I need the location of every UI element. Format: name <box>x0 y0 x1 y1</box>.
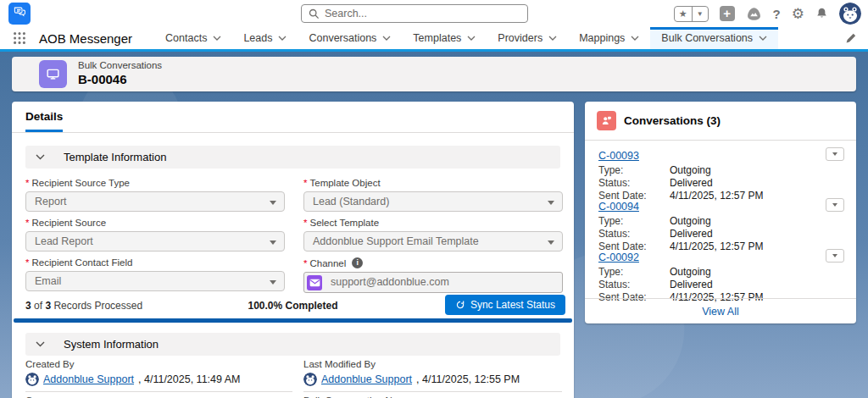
related-list-title[interactable]: Conversations (3) <box>624 114 721 127</box>
app-logo[interactable] <box>8 3 31 25</box>
setup-gear-icon[interactable]: ⚙ <box>792 5 804 23</box>
chevron-down-icon[interactable] <box>278 36 287 41</box>
recipient-source-type-combobox[interactable]: Report <box>25 191 285 212</box>
combobox-value: Addonblue Support Email Template <box>313 235 479 247</box>
header-utilities: ★ ▼ + ? ⚙ <box>674 0 861 27</box>
conversation-list-item: C-00093 Type:Outgoing Status:Delivered S… <box>598 147 844 196</box>
field-select-template: *Select Template Addonblue Support Email… <box>303 218 563 252</box>
chevron-down-icon[interactable] <box>382 36 391 41</box>
record-object-label: Bulk Conversations <box>78 60 162 70</box>
tab-bulk-conversations[interactable]: Bulk Conversations <box>650 27 778 49</box>
combobox-value: Lead (Standard) <box>313 196 389 207</box>
last-modified-by-user-link[interactable]: Addonblue Support <box>321 373 412 385</box>
section-system-information[interactable]: System Information <box>25 333 560 356</box>
created-by-user-link[interactable]: Addonblue Support <box>43 373 134 385</box>
info-icon[interactable]: i <box>352 257 363 268</box>
chevron-down-icon <box>36 154 45 160</box>
details-tab-bar: Details <box>12 102 574 133</box>
channel-input[interactable]: support@addonblue.com <box>303 272 563 293</box>
add-icon[interactable]: + <box>720 6 735 21</box>
chevron-down-icon[interactable] <box>759 36 767 41</box>
row-label: Status: <box>598 178 670 190</box>
row-actions-menu-button[interactable] <box>826 249 844 263</box>
nav-tabs: Contacts Leads Conversations Templates P… <box>154 27 778 49</box>
favorites-button[interactable]: ★ ▼ <box>674 6 709 22</box>
edit-page-pencil-icon[interactable] <box>845 33 856 44</box>
tab-details[interactable]: Details <box>25 110 63 123</box>
tab-conversations[interactable]: Conversations <box>298 27 402 49</box>
tab-label: Mappings <box>579 32 625 44</box>
app-launcher-icon[interactable] <box>12 30 27 46</box>
required-asterisk: * <box>25 178 29 188</box>
app-name: AOB Messenger <box>39 31 132 46</box>
progress-bar <box>14 318 572 323</box>
chevron-down-icon <box>832 254 837 257</box>
chat-bubbles-icon <box>12 4 27 23</box>
user-avatar <box>25 373 39 386</box>
row-value: Delivered <box>670 279 713 291</box>
required-asterisk: * <box>303 258 307 268</box>
template-object-combobox[interactable]: Lead (Standard) <box>303 191 563 212</box>
view-all-link[interactable]: View All <box>702 306 739 318</box>
tab-label: Providers <box>498 32 542 44</box>
chevron-down-icon[interactable] <box>548 36 557 41</box>
row-label: Status: <box>598 279 670 291</box>
notifications-bell-icon[interactable] <box>815 7 828 20</box>
field-label: *Recipient Contact Field <box>25 257 285 268</box>
required-asterisk: * <box>303 178 307 188</box>
select-template-combobox[interactable]: Addonblue Support Email Template <box>303 231 563 252</box>
tab-leads[interactable]: Leads <box>232 27 298 49</box>
section-title: System Information <box>64 338 159 351</box>
help-icon[interactable]: ? <box>773 7 781 21</box>
row-value: Delivered <box>670 178 713 190</box>
field-value: Addonblue Support , 4/11/2025, 12:55 PM <box>303 373 562 392</box>
chevron-down-icon[interactable] <box>631 36 639 41</box>
row-actions-menu-button[interactable] <box>826 198 844 212</box>
row-value: Outgoing <box>670 267 711 279</box>
field-recipient-source: *Recipient Source Lead Report <box>25 218 285 252</box>
recipient-source-combobox[interactable]: Lead Report <box>25 231 285 252</box>
combobox-value: Lead Report <box>35 235 93 247</box>
recipient-contact-field-combobox[interactable]: Email <box>25 271 285 291</box>
chevron-down-icon <box>270 280 276 285</box>
favorites-star-icon[interactable]: ★ <box>675 7 692 21</box>
field-label: Last Modified By <box>303 359 562 369</box>
section-title: Template Information <box>64 151 166 163</box>
conversation-record-link[interactable]: C-00094 <box>598 201 639 213</box>
conversations-object-icon <box>597 111 616 130</box>
search-icon <box>309 8 320 19</box>
conversation-record-link[interactable]: C-00092 <box>598 252 639 263</box>
field-label: *Channeli <box>303 257 563 268</box>
trailhead-icon[interactable] <box>746 6 762 22</box>
chevron-down-icon <box>832 152 837 156</box>
conversations-related-list-card: Conversations (3) C-00093 Type:Outgoing … <box>585 102 856 323</box>
row-label: Type: <box>598 165 670 177</box>
search-input[interactable] <box>325 8 520 19</box>
field-label: *Recipient Source Type <box>25 178 285 188</box>
user-avatar[interactable] <box>839 3 861 25</box>
required-asterisk: * <box>25 257 29 268</box>
chevron-down-icon <box>270 240 276 245</box>
row-actions-menu-button[interactable] <box>826 147 844 161</box>
tab-contacts[interactable]: Contacts <box>154 27 232 49</box>
tab-providers[interactable]: Providers <box>487 27 568 49</box>
user-avatar <box>303 373 317 386</box>
row-value: Outgoing <box>670 216 711 228</box>
conversation-list-item: C-00094 Type:Outgoing Status:Delivered S… <box>598 198 844 247</box>
related-list-footer: View All <box>585 298 856 323</box>
required-asterisk: * <box>25 218 29 228</box>
section-template-information[interactable]: Template Information <box>25 146 560 169</box>
global-search <box>301 4 528 23</box>
chevron-down-icon[interactable] <box>467 36 476 41</box>
sync-latest-status-button[interactable]: Sync Latest Status <box>445 295 565 315</box>
app-navigation-bar: AOB Messenger Contacts Leads Conversatio… <box>0 27 868 49</box>
tab-mappings[interactable]: Mappings <box>568 27 650 49</box>
chevron-down-icon[interactable] <box>213 36 221 41</box>
record-highlights-card: Bulk Conversations B-00046 <box>12 57 856 91</box>
button-label: Sync Latest Status <box>470 299 555 311</box>
conversation-record-link[interactable]: C-00093 <box>598 150 639 162</box>
salesforce-app-window: ★ ▼ + ? ⚙ AOB Messenger Contacts Leads <box>0 0 868 398</box>
tab-templates[interactable]: Templates <box>402 27 487 49</box>
conversation-list-item: C-00092 Type:Outgoing Status:Delivered S… <box>598 249 844 298</box>
favorites-caret-icon[interactable]: ▼ <box>692 7 708 21</box>
